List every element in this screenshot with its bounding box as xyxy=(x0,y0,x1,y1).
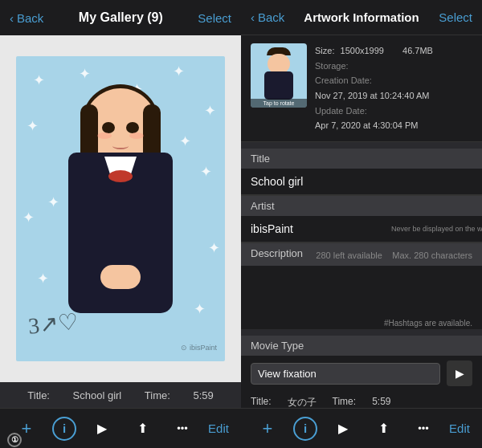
movie-play-icon: ▶ xyxy=(455,367,464,380)
storage-label: Storage: xyxy=(315,61,349,71)
star-decoration: ✦ xyxy=(22,209,35,226)
artwork-info-section: Tap to rotate Size: 1500x1999 46.7MB Sto… xyxy=(241,35,482,142)
desc-count-area: 280 left available Max. 280 characters xyxy=(316,247,472,262)
star-decoration: ✦ xyxy=(208,239,220,257)
creation-value: Nov 27, 2019 at 10:24:40 AM xyxy=(315,91,430,100)
number-badge-1: ① xyxy=(7,433,22,447)
right-share-button[interactable]: ⬆ xyxy=(369,414,398,443)
left-header: ‹ Back My Gallery (9) Select xyxy=(0,0,241,35)
more-icon: ••• xyxy=(177,422,188,434)
size-label: Size: xyxy=(315,46,334,55)
description-section: Description 280 left available Max. 280 … xyxy=(241,242,482,329)
update-label-row: Update Date: xyxy=(315,104,472,119)
character-art xyxy=(48,88,193,345)
desc-count: 280 left available xyxy=(316,250,382,260)
artist-hint: Never be displayed on the web. xyxy=(391,225,482,233)
left-title-label: Title: xyxy=(27,389,50,401)
left-info-bar: Title: School girl Time: 5:59 xyxy=(0,382,241,408)
creation-value-row: Nov 27, 2019 at 10:24:40 AM xyxy=(315,88,472,104)
bottom-title-row: Title: 女の子 Time: 5:59 xyxy=(251,396,472,408)
creation-label-row: Creation Date: xyxy=(315,73,472,88)
ibispaint-watermark: ⊙ ibisPaint xyxy=(181,344,217,352)
more-button[interactable]: ••• xyxy=(168,414,197,443)
right-edit-label: Edit xyxy=(449,422,470,435)
bottom-info-section: Title: 女の子 Time: 5:59 Uploaded: https://… xyxy=(241,391,482,408)
title-section: Title xyxy=(241,149,482,195)
artwork-canvas[interactable]: ✦ ✦ ✦ ✦ ✦ ✦ ✦ ✦ ✦ ✦ ✦ ✦ ✦ xyxy=(16,56,225,361)
right-more-icon: ••• xyxy=(418,422,429,434)
movie-play-button[interactable]: ▶ xyxy=(447,360,472,386)
bottom-title-value: 女の子 xyxy=(288,396,317,408)
right-chevron-icon: ‹ xyxy=(251,10,255,24)
play-button[interactable]: ▶ xyxy=(88,414,116,443)
right-panel-title: Artwork Information xyxy=(304,10,419,24)
right-back-button[interactable]: ‹ Back xyxy=(251,10,284,24)
add-button[interactable]: + ① xyxy=(12,414,41,443)
artwork-thumbnail[interactable]: Tap to rotate xyxy=(251,43,307,108)
info-icon: i xyxy=(63,422,66,435)
update-label: Update Date: xyxy=(315,106,367,116)
left-back-label: Back xyxy=(17,11,43,25)
star-decoration: ✦ xyxy=(204,102,216,120)
left-artwork-area: ✦ ✦ ✦ ✦ ✦ ✦ ✦ ✦ ✦ ✦ ✦ ✦ ✦ xyxy=(0,35,241,382)
star-decoration: ✦ xyxy=(200,163,212,181)
desc-max: Max. 280 characters xyxy=(392,250,472,260)
bottom-title-label: Title: xyxy=(251,396,272,408)
anime-background: ✦ ✦ ✦ ✦ ✦ ✦ ✦ ✦ ✦ ✦ ✦ ✦ ✦ xyxy=(16,56,225,361)
right-back-label: Back xyxy=(258,10,284,24)
movie-section: Movie Type View fixation Full canvas Tim… xyxy=(241,336,482,391)
update-value-row: Apr 7, 2020 at 4:30:04 PM xyxy=(315,118,472,133)
description-textarea[interactable] xyxy=(241,266,482,314)
movie-type-select[interactable]: View fixation Full canvas Timelapse xyxy=(251,363,440,385)
share-button[interactable]: ⬆ xyxy=(128,414,157,443)
edit-button[interactable]: Edit xyxy=(208,422,229,435)
star-decoration: ✦ xyxy=(37,270,49,287)
right-select-button[interactable]: Select xyxy=(439,10,472,24)
artist-input[interactable] xyxy=(251,216,391,242)
artist-form-label: Artist xyxy=(241,196,482,216)
size-value: 1500x1999 xyxy=(341,46,384,55)
update-value: Apr 7, 2020 at 4:30:04 PM xyxy=(315,120,418,130)
signature: 3↗♡ xyxy=(27,308,80,339)
movie-select-row: View fixation Full canvas Timelapse ▶ xyxy=(241,356,482,391)
right-toolbar: + i ▶ ⬆ ••• Edit xyxy=(241,408,482,448)
right-more-button[interactable]: ••• xyxy=(409,414,438,443)
right-play-icon: ▶ xyxy=(338,421,348,436)
left-panel: ‹ Back My Gallery (9) Select ✦ ✦ ✦ ✦ ✦ ✦… xyxy=(0,0,241,448)
tap-rotate-label[interactable]: Tap to rotate xyxy=(251,99,307,108)
title-form-label: Title xyxy=(241,149,482,169)
right-content-area: Tap to rotate Size: 1500x1999 46.7MB Sto… xyxy=(241,35,482,408)
info-button[interactable]: i xyxy=(52,417,76,441)
right-header: ‹ Back Artwork Information Select xyxy=(241,0,482,35)
right-plus-icon: + xyxy=(263,418,273,439)
storage-value: 46.7MB xyxy=(402,46,433,55)
star-decoration: ✦ xyxy=(79,65,91,83)
title-form-row xyxy=(241,169,482,195)
plus-icon: + xyxy=(22,418,32,439)
hashtag-hint: #Hashtags are available. xyxy=(241,317,482,329)
thumb-character xyxy=(263,47,295,96)
desc-header: Description 280 left available Max. 280 … xyxy=(241,243,482,266)
bottom-time-label: Time: xyxy=(333,396,357,408)
right-share-icon: ⬆ xyxy=(378,421,389,436)
right-info-button[interactable]: i xyxy=(293,417,317,441)
left-time-value: 5:59 xyxy=(193,389,213,401)
artwork-details: Size: 1500x1999 46.7MB Storage: Creation… xyxy=(315,43,472,133)
left-title-value: School girl xyxy=(73,389,122,401)
char-body xyxy=(68,153,173,313)
star-decoration: ✦ xyxy=(33,71,45,89)
left-toolbar: + ① i ▶ ⬆ ••• Edit xyxy=(0,408,241,448)
creation-label: Creation Date: xyxy=(315,75,372,85)
size-row: Size: 1500x1999 46.7MB xyxy=(315,43,472,59)
right-edit-button[interactable]: Edit xyxy=(449,422,470,435)
right-play-button[interactable]: ▶ xyxy=(329,414,357,443)
artist-section: Artist Never be displayed on the web. xyxy=(241,195,482,242)
play-icon: ▶ xyxy=(97,421,107,436)
left-select-button[interactable]: Select xyxy=(198,11,231,25)
title-input[interactable] xyxy=(251,169,472,194)
right-add-button[interactable]: + xyxy=(253,414,282,443)
description-label: Description xyxy=(251,247,303,262)
share-icon: ⬆ xyxy=(137,421,148,436)
left-back-button[interactable]: ‹ Back xyxy=(10,11,43,25)
left-time-label: Time: xyxy=(145,389,170,401)
